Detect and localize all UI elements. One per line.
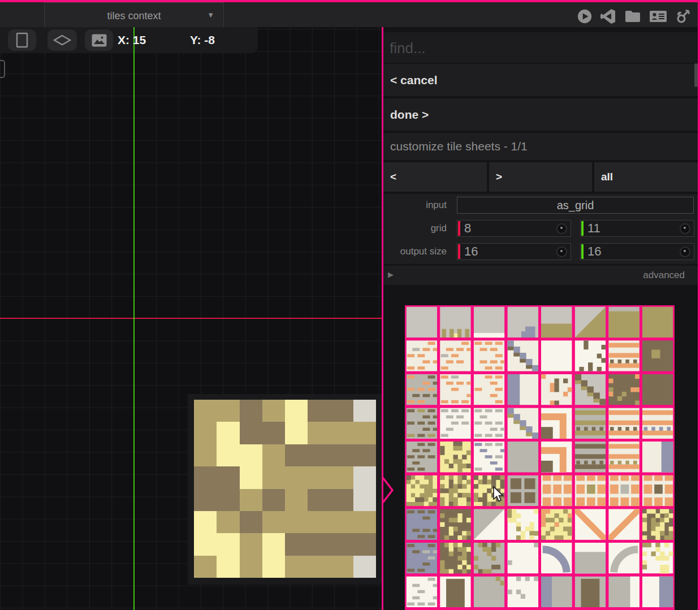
all-sheets-button[interactable]: all — [594, 162, 698, 192]
y-accent-bar — [581, 244, 584, 259]
fork-icon[interactable] — [675, 8, 692, 25]
y-accent-bar — [581, 221, 584, 236]
cursor-y-coordinate: Y: -8 — [190, 27, 215, 53]
cancel-button[interactable]: < cancel — [383, 64, 698, 96]
x-accent-bar — [458, 221, 460, 236]
map-canvas[interactable]: X: 15 Y: -8 — [0, 27, 382, 610]
y-axis-line — [133, 27, 135, 610]
stepper-knob-icon[interactable] — [680, 223, 690, 234]
partial-toolbar-button[interactable] — [0, 60, 5, 78]
input-name-field[interactable]: as_grid — [457, 197, 694, 214]
contact-card-icon[interactable] — [649, 8, 667, 24]
prev-sheet-button[interactable]: < — [383, 162, 487, 192]
search-input[interactable] — [383, 32, 700, 64]
stepper-knob-icon[interactable] — [556, 246, 567, 257]
x-accent-bar — [458, 244, 460, 259]
stepper-knob-icon[interactable] — [680, 246, 690, 257]
section-title: customize tile sheets - 1/1 — [383, 133, 698, 160]
done-button[interactable]: done > — [383, 98, 698, 131]
play-icon[interactable] — [577, 8, 593, 24]
cursor-x-coordinate: X: 15 — [118, 27, 146, 53]
stepper-knob-icon[interactable] — [556, 223, 567, 234]
done-label: done > — [390, 108, 429, 122]
mouse-cursor — [492, 486, 504, 503]
x-axis-line — [0, 318, 382, 319]
window-top-border — [0, 0, 700, 2]
image-icon — [92, 34, 107, 47]
app-window: tiles context ▼ — [0, 0, 700, 610]
vscode-icon[interactable] — [600, 8, 616, 24]
grid-label: grid — [383, 220, 447, 237]
diamond-tool-button[interactable] — [47, 29, 77, 51]
next-sheet-button[interactable]: > — [489, 162, 592, 192]
panel-divider[interactable] — [382, 27, 383, 610]
window-right-border — [698, 0, 700, 610]
advanced-label: advanced — [643, 266, 685, 285]
panel-collapse-chevron-icon[interactable] — [382, 477, 395, 503]
output-x-field[interactable]: 16 — [457, 243, 571, 260]
expand-triangle-icon[interactable]: ▶ — [388, 270, 394, 279]
context-dropdown[interactable]: tiles context ▼ — [44, 2, 224, 29]
cancel-label: < cancel — [390, 73, 437, 87]
tilesheet-grid[interactable] — [405, 305, 675, 610]
folder-icon[interactable] — [624, 8, 641, 24]
context-dropdown-label: tiles context — [107, 10, 161, 22]
input-label: input — [383, 197, 447, 214]
chevron-down-icon: ▼ — [207, 11, 214, 19]
topbar-icon-group — [577, 7, 692, 26]
grid-y-field[interactable]: 11 — [580, 220, 694, 237]
find-box — [383, 32, 697, 63]
image-tool-button[interactable] — [85, 29, 113, 51]
placed-tile-image — [194, 400, 376, 578]
grid-x-field[interactable]: 8 — [457, 220, 571, 237]
diamond-icon — [53, 34, 72, 46]
output-y-field[interactable]: 16 — [580, 243, 694, 260]
top-bar: tiles context ▼ — [0, 2, 700, 27]
select-rect-button[interactable] — [8, 29, 36, 51]
tiles-panel: < cancel done > customize tile sheets - … — [383, 27, 698, 610]
rectangle-icon — [16, 32, 28, 48]
output-size-label: output size — [383, 243, 447, 260]
